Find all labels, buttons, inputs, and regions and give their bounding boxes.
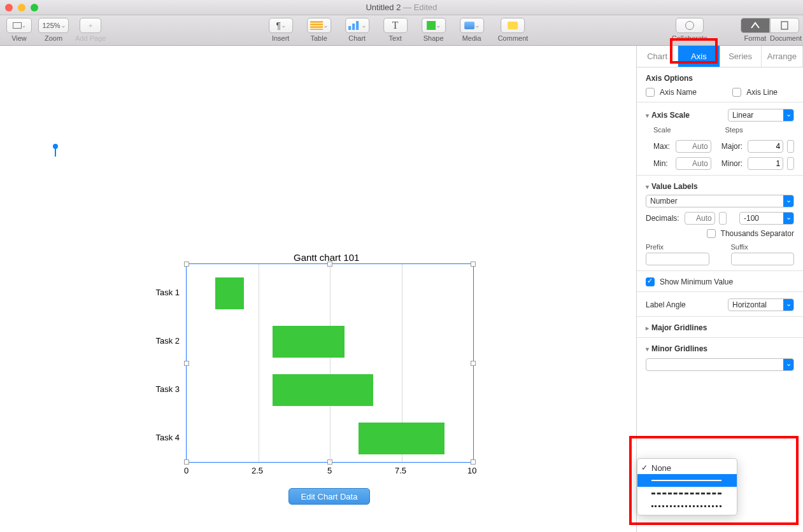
stepper[interactable] (787, 140, 794, 153)
bar-task-1[interactable] (215, 277, 244, 309)
tick-label: 2.5 (252, 466, 263, 475)
toolbar: ⌵ View 125%⌵ Zoom + Add Page ¶⌵Insert ⌵T… (0, 15, 803, 46)
comment-button[interactable] (501, 18, 525, 33)
axis-name-checkbox[interactable] (646, 88, 655, 97)
format-tab[interactable] (741, 18, 770, 33)
axis-scale-disclosure[interactable]: Axis Scale (646, 111, 690, 120)
tick-label: 5 (327, 466, 332, 475)
category-label: Task 1 (148, 288, 180, 297)
chart-button[interactable]: ⌵ (345, 18, 369, 33)
add-page-button[interactable]: + (80, 18, 101, 33)
tab-series[interactable]: Series (720, 46, 762, 67)
steps-major-input[interactable] (748, 140, 783, 153)
document-canvas[interactable]: Gantt chart 101 Task 1 Task 2 Task 3 Tas… (0, 46, 637, 532)
bar-task-4[interactable] (359, 423, 444, 454)
stepper[interactable] (787, 157, 794, 170)
media-button[interactable]: ⌵ (460, 18, 484, 33)
inspector-tabs: Chart Axis Series Arrange (637, 46, 803, 67)
decimals-input[interactable] (685, 212, 715, 225)
gridline-option-dashed[interactable] (637, 487, 737, 500)
minor-gridlines-disclosure[interactable]: Minor Gridlines (646, 344, 794, 353)
text-button[interactable]: T (383, 18, 408, 33)
category-label: Task 4 (148, 433, 180, 442)
major-gridlines-disclosure[interactable]: Major Gridlines (646, 323, 794, 332)
scale-type-select[interactable]: Linear (728, 109, 794, 122)
thousands-checkbox[interactable] (707, 229, 716, 238)
table-button[interactable]: ⌵ (307, 18, 331, 33)
gridline-option-none[interactable]: ✓None (637, 461, 737, 474)
axis-line-checkbox[interactable] (732, 88, 741, 97)
decimals-scale-select[interactable]: -100 (739, 212, 794, 225)
document-tab[interactable] (770, 18, 799, 33)
tab-chart[interactable]: Chart (637, 46, 678, 67)
shape-button[interactable]: ⌵ (422, 18, 446, 33)
tick-label: 7.5 (395, 466, 406, 475)
window-titlebar: Untitled 2 — Edited (0, 0, 803, 15)
minor-gridlines-select[interactable] (646, 358, 794, 371)
tick-label: 0 (184, 466, 188, 475)
chart-title[interactable]: Gantt chart 101 (294, 252, 359, 263)
window-title: Untitled 2 — Edited (0, 3, 803, 12)
view-label: View (11, 34, 27, 42)
tab-axis[interactable]: Axis (678, 46, 720, 67)
suffix-input[interactable] (731, 253, 795, 265)
category-label: Task 3 (148, 384, 180, 394)
svg-rect-0 (781, 22, 788, 29)
scale-max-input[interactable] (676, 140, 711, 153)
add-page-label: Add Page (75, 34, 106, 42)
chart-object[interactable] (186, 263, 474, 463)
prefix-input[interactable] (646, 253, 709, 265)
tick-label: 10 (467, 466, 476, 475)
value-labels-type-select[interactable]: Number (646, 195, 794, 207)
zoom-label: Zoom (45, 34, 62, 42)
edit-chart-data-button[interactable]: Edit Chart Data (288, 488, 370, 505)
zoom-select[interactable]: 125%⌵ (38, 18, 69, 33)
show-min-checkbox[interactable] (646, 277, 655, 286)
bar-task-3[interactable] (273, 374, 373, 406)
steps-minor-input[interactable] (748, 157, 783, 170)
gridline-option-solid[interactable] (637, 474, 737, 487)
tab-arrange[interactable]: Arrange (762, 46, 803, 67)
gridline-option-dotted[interactable] (637, 500, 737, 512)
view-button[interactable]: ⌵ (6, 18, 32, 33)
stepper[interactable] (719, 212, 727, 225)
label-angle-select[interactable]: Horizontal (728, 298, 794, 311)
text-cursor (55, 148, 56, 157)
insert-button[interactable]: ¶⌵ (269, 18, 293, 33)
gridline-style-menu: ✓None (637, 458, 737, 515)
axis-options-header: Axis Options (646, 74, 794, 83)
bar-task-2[interactable] (273, 326, 345, 358)
value-labels-disclosure[interactable]: Value Labels (646, 182, 794, 191)
scale-min-input[interactable] (676, 157, 711, 170)
category-label: Task 2 (148, 336, 180, 346)
collaborate-button[interactable] (676, 18, 704, 33)
